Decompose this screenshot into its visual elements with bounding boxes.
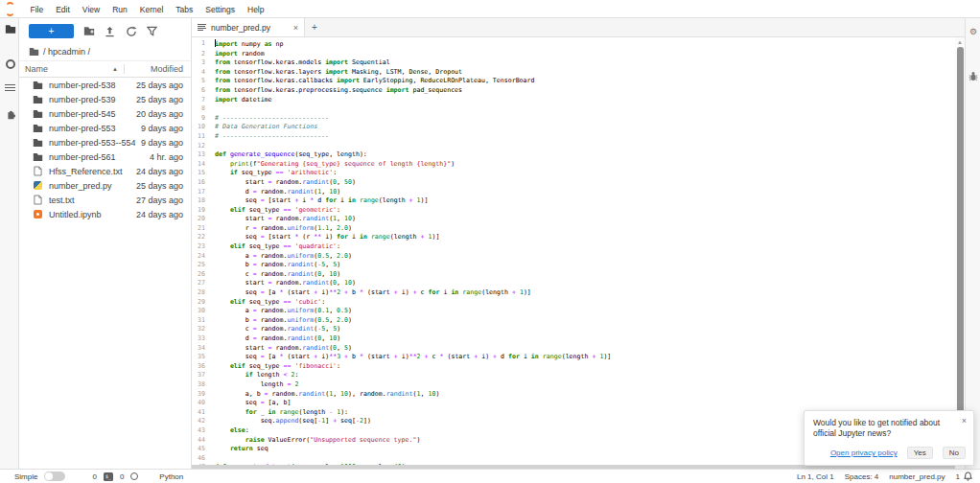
code-line[interactable]: 31 b = random.uniform(0.5, 2.0) (192, 316, 955, 326)
menu-run[interactable]: Run (106, 5, 134, 14)
code-line[interactable]: 1import numpy as np (192, 39, 955, 50)
menu-file[interactable]: File (24, 5, 50, 14)
file-list: number-pred-53825 days agonumber-pred-53… (19, 78, 191, 221)
code-line[interactable]: 3from tensorflow.keras.models import Seq… (192, 58, 955, 68)
add-tab-button[interactable]: + (305, 18, 324, 36)
code-line[interactable]: 11# ---------------------------- (192, 132, 955, 142)
breadcrumb[interactable]: / hpcadmin / (19, 41, 191, 60)
debugger-bug-icon[interactable] (968, 70, 979, 81)
code-line[interactable]: 28 seq = [a * (start + i)**2 + b * (star… (192, 288, 955, 298)
code-line[interactable]: 29 elif seq_type == 'cubic': (192, 298, 955, 308)
new-launcher-button[interactable]: + (29, 24, 74, 38)
code-text: if seq_type == 'arithmetic': (215, 169, 337, 178)
popup-yes-button[interactable]: Yes (907, 447, 933, 459)
code-line[interactable]: 8 (192, 104, 955, 114)
new-folder-icon[interactable] (82, 25, 95, 37)
cursor-position[interactable]: Ln 1, Col 1 (797, 472, 834, 481)
file-row[interactable]: Untitled.ipynb24 days ago (19, 207, 191, 221)
file-row[interactable]: number-pred-5614 hr. ago (19, 150, 191, 164)
line-number: 10 (192, 123, 205, 132)
column-header-name[interactable]: Name (25, 64, 112, 74)
code-line[interactable]: 39 a, b = random.randint(1, 10), random.… (192, 390, 955, 400)
code-line[interactable]: 35 seq = [a * (start + i)**3 + b * (star… (192, 353, 955, 362)
code-line[interactable]: 30 a = random.uniform(0.1, 0.5) (192, 307, 955, 316)
line-number: 9 (192, 114, 205, 124)
upload-icon[interactable] (104, 25, 116, 37)
code-line[interactable]: 25 b = random.randint(-5, 5) (192, 261, 955, 270)
file-row[interactable]: number-pred-54520 days ago (19, 106, 191, 121)
code-line[interactable]: 18 seq = [start + i * d for i in range(l… (192, 196, 955, 206)
indent-spaces[interactable]: Spaces: 4 (845, 472, 879, 481)
code-line[interactable]: 24 a = random.uniform(0.5, 2.0) (192, 252, 955, 262)
menu-settings[interactable]: Settings (199, 5, 242, 14)
code-line[interactable]: 21 r = random.uniform(1.1, 2.0) (192, 224, 955, 234)
code-line[interactable]: 19 elif seq_type == 'geometric': (192, 206, 955, 216)
menu-help[interactable]: Help (242, 5, 270, 14)
code-line[interactable]: 23 elif seq_type == 'quadratic': (192, 242, 955, 252)
file-row[interactable]: number-pred-53825 days ago (19, 78, 191, 92)
code-line[interactable]: 6from tensorflow.keras.preprocessing.seq… (192, 86, 955, 96)
file-row[interactable]: number-pred-5539 days ago (19, 121, 191, 135)
terminal-icon[interactable]: $_ (104, 472, 113, 481)
file-row[interactable]: test.txt27 days ago (19, 193, 191, 207)
code-line[interactable]: 32 c = random.randint(-5, 5) (192, 325, 955, 334)
property-inspector-icon[interactable]: ⚙ (968, 26, 979, 37)
code-line[interactable]: 9# ---------------------------- (192, 114, 955, 124)
code-line[interactable]: 22 seq = [start * (r ** i) for i in rang… (192, 233, 955, 242)
file-browser-icon[interactable] (4, 23, 16, 35)
menu-tabs[interactable]: Tabs (170, 5, 199, 14)
notebook-file-icon (32, 209, 43, 220)
file-row[interactable]: Hfss_Reference.txt24 days ago (19, 164, 191, 178)
file-row[interactable]: number-pred-53925 days ago (19, 92, 191, 106)
code-line[interactable]: 33 d = random.randint(0, 10) (192, 334, 955, 344)
kernel-language[interactable]: Python (159, 472, 183, 481)
menu-view[interactable]: View (76, 5, 105, 14)
column-header-modified[interactable]: Modified (124, 64, 183, 74)
refresh-icon[interactable] (125, 25, 137, 37)
line-number: 38 (192, 380, 205, 390)
code-line[interactable]: 2import random (192, 50, 955, 59)
code-editor[interactable]: 1import numpy as np2import random3from t… (192, 37, 965, 469)
code-line[interactable]: 4from tensorflow.keras.layers import Mas… (192, 68, 955, 78)
file-row[interactable]: number-pred-553--5549 days ago (19, 135, 191, 150)
filter-icon[interactable] (146, 25, 158, 37)
code-line[interactable]: 7import datetime (192, 96, 955, 105)
sort-ascending-icon[interactable]: ▲ (112, 66, 118, 72)
menu-edit[interactable]: Edit (50, 5, 77, 14)
code-line[interactable]: 10# Data Generation Functions (192, 123, 955, 132)
menu-kernel[interactable]: Kernel (133, 5, 170, 14)
code-line[interactable]: 38 length = 2 (192, 380, 955, 390)
tab-number-pred[interactable]: number_pred.py × (192, 18, 305, 36)
code-text: print(f"Generating {seq_type} sequence o… (215, 160, 455, 170)
popup-no-button[interactable]: No (943, 447, 966, 459)
running-kernels-icon[interactable] (4, 58, 16, 70)
code-line[interactable]: 16 start = random.randint(0, 50) (192, 178, 955, 188)
privacy-policy-link[interactable]: Open privacy policy (830, 448, 898, 457)
vertical-scrollbar-thumb[interactable] (957, 47, 964, 415)
simple-mode-toggle[interactable] (44, 472, 65, 481)
code-text: seq = [a * (start + i)**2 + b * (start +… (215, 288, 531, 298)
scroll-up-icon[interactable]: ▲ (955, 37, 965, 47)
code-line[interactable]: 27 start = random.randint(0, 10) (192, 279, 955, 288)
kernel-icon[interactable] (130, 472, 138, 480)
popup-close-icon[interactable]: × (962, 416, 967, 426)
code-line[interactable]: 17 d = random.randint(1, 10) (192, 188, 955, 197)
code-line[interactable]: 14 print(f"Generating {seq_type} sequenc… (192, 160, 955, 170)
code-line[interactable]: 40 seq = [a, b] (192, 399, 955, 408)
code-line[interactable]: 5from tensorflow.keras.callbacks import … (192, 77, 955, 86)
bell-icon[interactable] (964, 472, 972, 481)
code-line[interactable]: 37 if length < 2: (192, 371, 955, 380)
code-line[interactable]: 15 if seq_type == 'arithmetic': (192, 169, 955, 178)
code-line[interactable]: 34 start = random.randint(0, 5) (192, 344, 955, 354)
code-line[interactable]: 12 (192, 142, 955, 151)
code-line[interactable]: 20 start = random.randint(1, 10) (192, 215, 955, 224)
tab-close-icon[interactable]: × (293, 23, 298, 33)
vertical-scrollbar[interactable]: ▲ (955, 37, 965, 469)
code-line[interactable]: 36 elif seq_type == 'fibonacci': (192, 362, 955, 372)
code-line[interactable]: 13def generate_sequence(seq_type, length… (192, 150, 955, 160)
file-row[interactable]: number_pred.py25 days ago (19, 178, 191, 193)
code-line[interactable]: 26 c = random.randint(0, 10) (192, 270, 955, 280)
extension-manager-icon[interactable] (4, 107, 16, 120)
line-number: 14 (192, 160, 205, 170)
table-of-contents-icon[interactable] (4, 81, 16, 94)
